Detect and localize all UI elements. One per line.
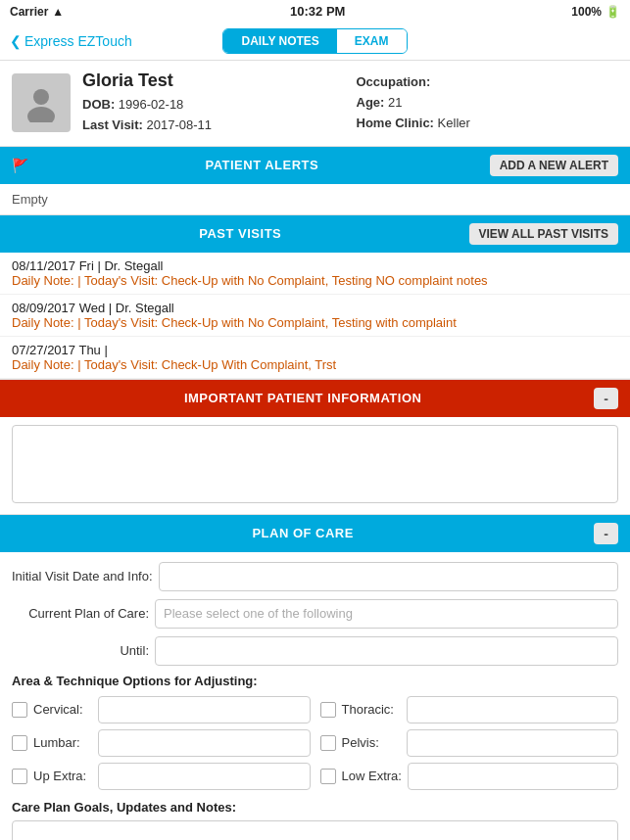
patient-last-visit: Last Visit: 2017-08-11 (82, 116, 345, 136)
visit-item-0: 08/11/2017 Fri | Dr. Stegall Daily Note:… (0, 253, 630, 295)
wifi-icon: ▲ (52, 5, 64, 19)
up-extra-input[interactable] (98, 763, 311, 790)
nav-back-button[interactable]: Express EZTouch (10, 33, 222, 49)
dob-label: DOB: (82, 97, 115, 112)
adjust-grid: Cervical: Thoracic: Lumbar: Pelvis: Up E… (12, 696, 618, 790)
care-goals-textarea[interactable] (12, 820, 618, 840)
low-extra-label: Low Extra: (342, 769, 402, 783)
past-visits-header: PAST VISITS VIEW ALL PAST VISITS (0, 215, 630, 253)
carrier-label: Carrier (10, 5, 48, 19)
thoracic-row: Thoracic: (320, 696, 619, 723)
last-visit-label: Last Visit: (82, 117, 143, 132)
lumbar-label: Lumbar: (33, 735, 92, 750)
initial-visit-label: Initial Visit Date and Info: (12, 569, 153, 583)
visit-note-2: Daily Note: | Today's Visit: Check-Up Wi… (12, 357, 618, 372)
patient-occupation: Occupation: (357, 72, 619, 93)
current-plan-input[interactable] (155, 599, 618, 629)
dob-value: 1996-02-18 (119, 97, 184, 112)
avatar-icon (22, 83, 61, 122)
plan-of-care-header: PLAN OF CARE - (0, 515, 630, 552)
visit-date-0: 08/11/2017 Fri | Dr. Stegall (12, 258, 618, 273)
patient-alerts-title: PATIENT ALERTS (34, 158, 490, 172)
tab-exam[interactable]: EXAM (337, 29, 407, 53)
plan-of-care-title: PLAN OF CARE (12, 526, 594, 540)
thoracic-label: Thoracic: (342, 702, 401, 717)
patient-dob: DOB: 1996-02-18 (82, 95, 345, 116)
view-all-past-visits-button[interactable]: VIEW ALL PAST VISITS (469, 223, 618, 245)
important-info-collapse-button[interactable]: - (594, 388, 618, 409)
visit-date-2: 07/27/2017 Thu | (12, 343, 618, 357)
alerts-body: Empty (0, 184, 630, 215)
occupation-label: Occupation: (357, 74, 431, 89)
last-visit-value: 2017-08-11 (147, 117, 213, 132)
past-visits-title: PAST VISITS (12, 226, 469, 241)
low-extra-checkbox[interactable] (320, 769, 336, 784)
chevron-left-icon (10, 33, 22, 49)
patient-header: Gloria Test DOB: 1996-02-18 Last Visit: … (0, 61, 630, 147)
plan-of-care-collapse-button[interactable]: - (594, 523, 618, 544)
low-extra-row: Low Extra: (320, 763, 619, 790)
age-value: 21 (388, 95, 402, 110)
patient-alerts-header: 🚩 PATIENT ALERTS ADD A NEW ALERT (0, 147, 630, 184)
lumbar-row: Lumbar: (12, 729, 311, 757)
visit-item-1: 08/09/2017 Wed | Dr. Stegall Daily Note:… (0, 295, 630, 337)
until-label: Until: (12, 643, 149, 658)
status-bar: Carrier ▲ 10:32 PM 100% 🔋 (0, 0, 630, 23)
visit-date-1: 08/09/2017 Wed | Dr. Stegall (12, 301, 618, 315)
pelvis-input[interactable] (407, 729, 619, 757)
thoracic-input[interactable] (407, 696, 619, 723)
current-plan-label: Current Plan of Care: (12, 606, 149, 621)
status-left: Carrier ▲ (10, 5, 64, 19)
status-time: 10:32 PM (290, 4, 345, 19)
status-right: 100% 🔋 (571, 5, 620, 19)
area-section-title: Area & Technique Options for Adjusting: (12, 674, 618, 688)
important-info-header: IMPORTANT PATIENT INFORMATION - (0, 380, 630, 417)
past-visits-body: 08/11/2017 Fri | Dr. Stegall Daily Note:… (0, 253, 630, 380)
up-extra-label: Up Extra: (33, 769, 92, 783)
patient-age: Age: 21 (357, 93, 619, 114)
cervical-row: Cervical: (12, 696, 311, 723)
initial-visit-row: Initial Visit Date and Info: (12, 562, 618, 591)
care-goals-title: Care Plan Goals, Updates and Notes: (12, 800, 618, 815)
age-label: Age: (357, 95, 385, 110)
pelvis-row: Pelvis: (320, 729, 619, 757)
avatar (12, 73, 71, 132)
nav-bar: Express EZTouch DAILY NOTES EXAM (0, 23, 630, 61)
alerts-empty-text: Empty (12, 192, 48, 207)
patient-info-left: Gloria Test DOB: 1996-02-18 Last Visit: … (82, 70, 345, 136)
until-input[interactable] (155, 636, 618, 666)
back-label: Express EZTouch (24, 33, 132, 49)
pelvis-label: Pelvis: (342, 735, 401, 750)
battery-label: 100% (571, 5, 602, 19)
pelvis-checkbox[interactable] (320, 735, 336, 751)
important-info-title: IMPORTANT PATIENT INFORMATION (12, 391, 594, 405)
important-info-textarea[interactable] (12, 425, 618, 503)
add-new-alert-button[interactable]: ADD A NEW ALERT (490, 155, 618, 176)
patient-name: Gloria Test (82, 70, 345, 91)
svg-point-0 (33, 89, 49, 105)
until-row: Until: (12, 636, 618, 666)
up-extra-row: Up Extra: (12, 763, 311, 790)
initial-visit-input[interactable] (159, 562, 618, 591)
cervical-input[interactable] (98, 696, 311, 723)
lumbar-input[interactable] (98, 729, 311, 757)
nav-tabs: DAILY NOTES EXAM (222, 28, 407, 54)
cervical-label: Cervical: (33, 702, 92, 717)
plan-of-care-body: Initial Visit Date and Info: Current Pla… (0, 552, 630, 840)
home-clinic-label: Home Clinic: (357, 116, 434, 130)
thoracic-checkbox[interactable] (320, 702, 336, 718)
visit-note-0: Daily Note: | Today's Visit: Check-Up wi… (12, 273, 618, 288)
patient-info-right: Occupation: Age: 21 Home Clinic: Keller (357, 72, 619, 133)
cervical-checkbox[interactable] (12, 702, 27, 718)
patient-home-clinic: Home Clinic: Keller (357, 114, 619, 134)
current-plan-row: Current Plan of Care: (12, 599, 618, 629)
low-extra-input[interactable] (408, 763, 618, 790)
visit-note-1: Daily Note: | Today's Visit: Check-Up wi… (12, 315, 618, 330)
visit-item-2: 07/27/2017 Thu | Daily Note: | Today's V… (0, 337, 630, 379)
svg-point-1 (27, 107, 55, 122)
tab-daily-notes[interactable]: DAILY NOTES (223, 29, 336, 53)
up-extra-checkbox[interactable] (12, 769, 27, 784)
flag-icon: 🚩 (12, 158, 28, 173)
lumbar-checkbox[interactable] (12, 735, 27, 751)
battery-icon: 🔋 (606, 5, 620, 19)
